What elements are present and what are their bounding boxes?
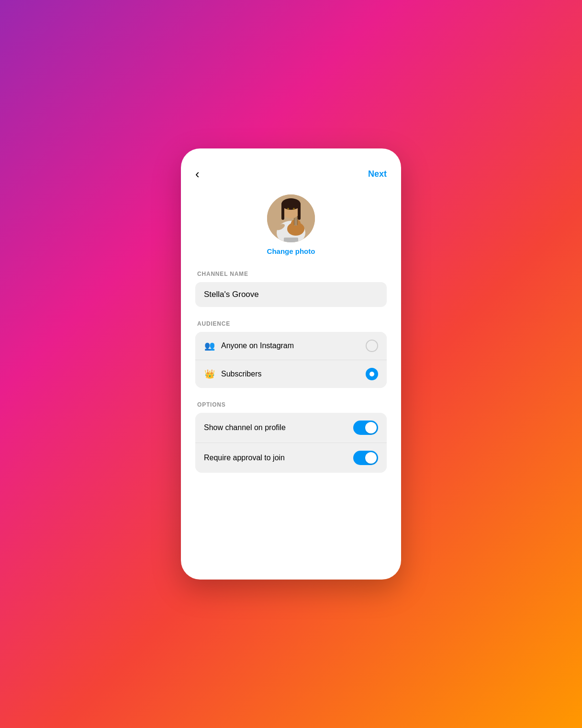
- channel-name-input[interactable]: [195, 282, 387, 307]
- require-approval-knob: [365, 452, 377, 464]
- svg-rect-12: [281, 203, 284, 220]
- require-approval-label: Require approval to join: [204, 454, 285, 462]
- svg-rect-13: [298, 203, 301, 220]
- channel-name-label: CHANNEL NAME: [195, 271, 387, 277]
- audience-option-anyone[interactable]: 👥 Anyone on Instagram: [195, 332, 387, 360]
- options-label: OPTIONS: [195, 401, 387, 408]
- anyone-label: Anyone on Instagram: [221, 341, 294, 350]
- channel-name-section: CHANNEL NAME: [195, 271, 387, 307]
- next-button[interactable]: Next: [368, 169, 387, 179]
- anyone-radio[interactable]: [366, 340, 378, 352]
- header: ‹ Next: [195, 168, 387, 180]
- anyone-icon: 👥: [204, 341, 215, 351]
- audience-label: AUDIENCE: [195, 320, 387, 327]
- options-section: OPTIONS Show channel on profile Require …: [195, 401, 387, 473]
- back-button[interactable]: ‹: [195, 168, 200, 180]
- svg-point-15: [293, 208, 295, 210]
- phone-card: ‹ Next: [181, 148, 401, 580]
- subscribers-icon: 👑: [204, 369, 215, 379]
- require-approval-row: Require approval to join: [195, 443, 387, 473]
- photo-section: Change photo: [195, 194, 387, 255]
- show-channel-knob: [365, 422, 377, 433]
- avatar: [267, 194, 315, 242]
- require-approval-toggle[interactable]: [353, 451, 378, 465]
- subscribers-label: Subscribers: [221, 370, 261, 378]
- change-photo-button[interactable]: Change photo: [267, 247, 315, 255]
- audience-section: AUDIENCE 👥 Anyone on Instagram 👑 Subscri…: [195, 320, 387, 388]
- audience-option-subscribers[interactable]: 👑 Subscribers: [195, 360, 387, 388]
- svg-rect-16: [284, 238, 298, 242]
- subscribers-radio[interactable]: [366, 368, 378, 380]
- show-channel-toggle[interactable]: [353, 421, 378, 435]
- svg-point-14: [287, 208, 289, 210]
- audience-options: 👥 Anyone on Instagram 👑 Subscribers: [195, 332, 387, 388]
- show-channel-row: Show channel on profile: [195, 413, 387, 443]
- options-group: Show channel on profile Require approval…: [195, 413, 387, 473]
- show-channel-label: Show channel on profile: [204, 423, 286, 432]
